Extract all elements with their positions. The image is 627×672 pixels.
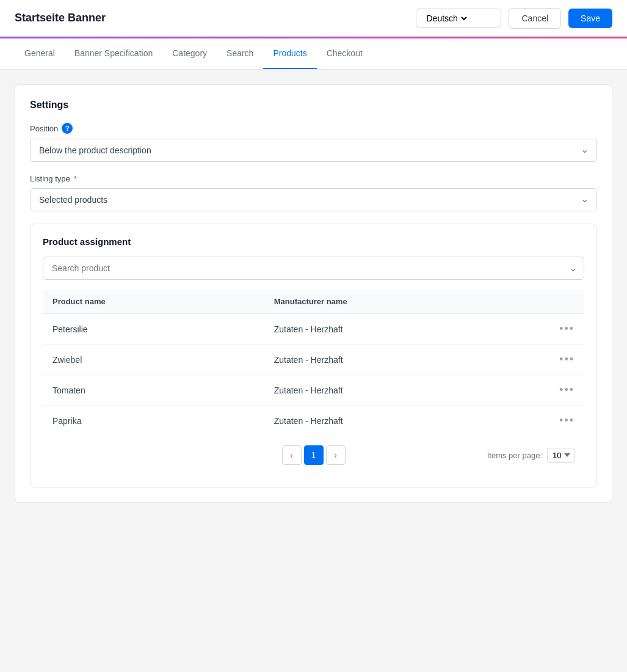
table-row: Tomaten Zutaten - Herzhaft ••• — [43, 375, 584, 406]
pagination-prev-button[interactable]: ‹ — [282, 445, 302, 465]
listing-type-required-indicator: * — [74, 174, 77, 183]
tab-category[interactable]: Category — [162, 38, 217, 69]
pagination: ‹ 1 › Items per page: 10 25 50 — [43, 436, 584, 475]
tabs-bar: General Banner Specification Category Se… — [0, 38, 627, 70]
col-product-name: Product name — [43, 290, 264, 314]
position-help-icon[interactable]: ? — [62, 123, 73, 134]
row-actions-button[interactable]: ••• — [559, 414, 574, 426]
page-title: Startseite Banner — [15, 12, 106, 24]
position-select-wrapper: Below the product description Above the … — [30, 139, 597, 162]
listing-type-label: Listing type * — [30, 174, 597, 183]
product-name-cell: Zwiebel — [43, 345, 264, 375]
row-actions-button[interactable]: ••• — [559, 353, 574, 365]
tab-general[interactable]: General — [15, 38, 65, 69]
settings-title: Settings — [30, 100, 597, 111]
col-actions — [548, 290, 584, 314]
row-actions-cell[interactable]: ••• — [548, 375, 584, 406]
row-actions-button[interactable]: ••• — [559, 384, 574, 396]
product-name-cell: Tomaten — [43, 375, 264, 406]
row-actions-cell[interactable]: ••• — [548, 345, 584, 375]
cancel-button[interactable]: Cancel — [509, 8, 561, 29]
manufacturer-name-cell: Zutaten - Herzhaft — [264, 314, 548, 345]
product-name-cell: Petersilie — [43, 314, 264, 345]
manufacturer-name-cell: Zutaten - Herzhaft — [264, 345, 548, 375]
listing-type-field: Listing type * Selected products All pro… — [30, 174, 597, 211]
product-assignment-title: Product assignment — [43, 236, 584, 247]
main-content: Settings Position ? Below the product de… — [0, 70, 627, 527]
pagination-page-1[interactable]: 1 — [304, 445, 324, 465]
language-dropdown[interactable]: Deutsch English Français — [424, 13, 469, 24]
product-assignment-section: Product assignment ⌄ Product name Manufa… — [30, 224, 597, 488]
tab-products[interactable]: Products — [263, 38, 316, 69]
products-table: Product name Manufacturer name Petersili… — [43, 290, 584, 436]
language-selector[interactable]: Deutsch English Français — [416, 9, 501, 28]
items-per-page-label: Items per page: — [487, 451, 542, 460]
manufacturer-name-cell: Zutaten - Herzhaft — [264, 406, 548, 436]
product-search-wrapper: ⌄ — [43, 257, 584, 280]
table-row: Paprika Zutaten - Herzhaft ••• — [43, 406, 584, 436]
items-per-page-control: Items per page: 10 25 50 — [487, 448, 574, 463]
listing-type-select[interactable]: Selected products All products Category — [30, 188, 597, 211]
row-actions-button[interactable]: ••• — [559, 323, 574, 335]
pagination-next-button[interactable]: › — [326, 445, 346, 465]
tab-checkout[interactable]: Checkout — [317, 38, 372, 69]
save-button[interactable]: Save — [568, 9, 612, 28]
listing-type-select-wrapper: Selected products All products Category — [30, 188, 597, 211]
tab-banner-specification[interactable]: Banner Specification — [65, 38, 162, 69]
header: Startseite Banner Deutsch English França… — [0, 0, 627, 37]
items-per-page-select[interactable]: 10 25 50 — [547, 448, 574, 463]
position-label: Position ? — [30, 123, 597, 134]
table-row: Petersilie Zutaten - Herzhaft ••• — [43, 314, 584, 345]
position-select[interactable]: Below the product description Above the … — [30, 139, 597, 162]
header-actions: Deutsch English Français Cancel Save — [416, 8, 612, 29]
tab-search[interactable]: Search — [217, 38, 263, 69]
manufacturer-name-cell: Zutaten - Herzhaft — [264, 375, 548, 406]
row-actions-cell[interactable]: ••• — [548, 314, 584, 345]
position-field: Position ? Below the product description… — [30, 123, 597, 162]
col-manufacturer-name: Manufacturer name — [264, 290, 548, 314]
search-product-input[interactable] — [43, 257, 584, 280]
table-header-row: Product name Manufacturer name — [43, 290, 584, 314]
settings-card: Settings Position ? Below the product de… — [15, 84, 612, 503]
row-actions-cell[interactable]: ••• — [548, 406, 584, 436]
table-row: Zwiebel Zutaten - Herzhaft ••• — [43, 345, 584, 375]
product-name-cell: Paprika — [43, 406, 264, 436]
